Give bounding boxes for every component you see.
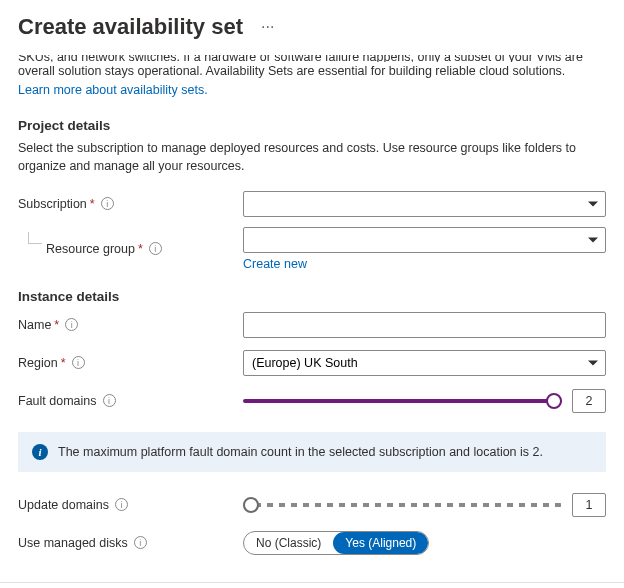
info-icon[interactable]: i (115, 498, 128, 511)
subscription-label: Subscription (18, 197, 87, 211)
managed-disks-label: Use managed disks (18, 536, 128, 550)
region-select[interactable]: (Europe) UK South (243, 350, 606, 376)
name-row: Name * i (18, 310, 606, 340)
required-marker: * (90, 197, 95, 211)
wizard-footer: Review + create < Previous Next : Advanc… (0, 582, 624, 588)
info-icon[interactable]: i (149, 242, 162, 255)
managed-disks-row: Use managed disks i No (Classic) Yes (Al… (18, 528, 606, 558)
update-domains-value: 1 (572, 493, 606, 517)
create-new-rg-link[interactable]: Create new (243, 257, 606, 271)
resource-group-row: Resource group * i Create new (18, 227, 606, 271)
name-input[interactable] (243, 312, 606, 338)
managed-disks-yes[interactable]: Yes (Aligned) (333, 532, 428, 554)
fault-domains-label: Fault domains (18, 394, 97, 408)
intro-text: SKUs, and network switches. If a hardwar… (18, 48, 606, 100)
fault-domains-row: Fault domains i 2 (18, 386, 606, 416)
project-details-desc: Select the subscription to manage deploy… (18, 139, 606, 175)
update-domains-row: Update domains i 1 (18, 490, 606, 520)
name-label: Name (18, 318, 51, 332)
required-marker: * (61, 356, 66, 370)
subscription-row: Subscription * i (18, 189, 606, 219)
update-domains-label: Update domains (18, 498, 109, 512)
region-row: Region * i (Europe) UK South (18, 348, 606, 378)
resource-group-label: Resource group (46, 242, 135, 256)
page-title: Create availability set (18, 14, 243, 40)
info-icon[interactable]: i (101, 197, 114, 210)
project-details-heading: Project details (18, 118, 606, 133)
info-banner: i The maximum platform fault domain coun… (18, 432, 606, 472)
instance-details-heading: Instance details (18, 289, 606, 304)
resource-group-select[interactable] (243, 227, 606, 253)
form-content: SKUs, and network switches. If a hardwar… (0, 48, 624, 574)
required-marker: * (54, 318, 59, 332)
learn-more-link[interactable]: Learn more about availability sets. (18, 83, 208, 97)
subscription-select[interactable] (243, 191, 606, 217)
info-banner-text: The maximum platform fault domain count … (58, 445, 543, 459)
page-header: Create availability set ··· (0, 0, 624, 48)
managed-disks-toggle: No (Classic) Yes (Aligned) (243, 531, 429, 555)
info-icon[interactable]: i (72, 356, 85, 369)
managed-disks-no[interactable]: No (Classic) (244, 532, 333, 554)
info-icon[interactable]: i (65, 318, 78, 331)
update-domains-slider[interactable] (243, 495, 562, 515)
info-icon: i (32, 444, 48, 460)
fault-domains-slider[interactable] (243, 391, 562, 411)
fault-domains-value: 2 (572, 389, 606, 413)
more-actions-button[interactable]: ··· (261, 18, 274, 36)
info-icon[interactable]: i (134, 536, 147, 549)
region-label: Region (18, 356, 58, 370)
required-marker: * (138, 242, 143, 256)
info-icon[interactable]: i (103, 394, 116, 407)
